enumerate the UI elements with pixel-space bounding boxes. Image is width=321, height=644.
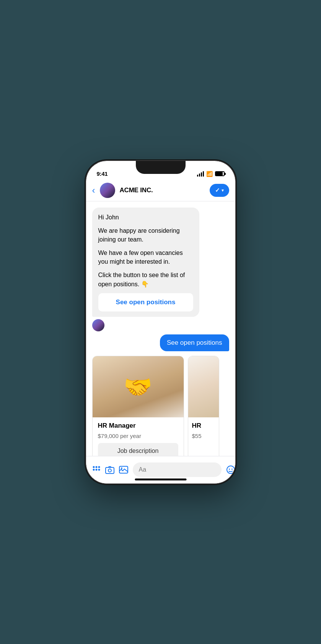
chat-header: ‹ ACME INC. ✓ ▾ (86, 180, 235, 201)
home-indicator (135, 479, 186, 480)
bot-message-row: Hi John We are happy are considering joi… (86, 206, 235, 333)
emoji-icon[interactable] (226, 464, 235, 476)
user-bubble: See open positions (160, 334, 229, 351)
notch (136, 161, 186, 174)
back-button[interactable]: ‹ (92, 186, 95, 195)
svg-point-2 (98, 466, 100, 468)
chat-area: Hi John We are happy are considering joi… (86, 201, 235, 456)
svg-point-12 (229, 469, 230, 470)
job-title-2: HR (192, 422, 215, 430)
phone-content: 9:41 📶 ‹ ACME INC. ✓ ▾ (86, 161, 235, 483)
job-card-1[interactable]: HR Manager $79,000 per year Job descript… (92, 356, 184, 456)
user-message-row: See open positions (86, 333, 235, 353)
svg-point-10 (121, 467, 122, 469)
job-card-2: HR $55 (188, 356, 219, 456)
job-card-body-2: HR $55 (188, 417, 219, 444)
message-input[interactable] (133, 462, 222, 477)
status-time: 9:41 (97, 170, 108, 177)
job-card-image-2 (188, 356, 219, 417)
battery-icon (215, 171, 225, 176)
phone-frame: 9:41 📶 ‹ ACME INC. ✓ ▾ (86, 161, 235, 483)
bot-avatar (92, 319, 104, 331)
contact-name: ACME INC. (120, 187, 205, 194)
wifi-icon: 📶 (206, 171, 213, 177)
svg-rect-6 (106, 467, 114, 474)
bot-line3: Click the button to see the list of open… (98, 271, 193, 288)
job-title-1: HR Manager (98, 422, 178, 430)
job-card-body-1: HR Manager $79,000 per year Job descript… (93, 417, 184, 456)
job-salary-2: $55 (192, 433, 215, 439)
job-card-image-1 (93, 356, 184, 417)
svg-point-0 (93, 466, 95, 468)
svg-point-13 (231, 469, 233, 470)
job-cards-row: HR Manager $79,000 per year Job descript… (86, 353, 235, 456)
bot-line2: We have a few open vacancies you might b… (98, 248, 193, 266)
phone-screen: 9:41 📶 ‹ ACME INC. ✓ ▾ (86, 161, 235, 483)
job-cards-container: HR Manager $79,000 per year Job descript… (92, 356, 235, 456)
photo-icon[interactable] (119, 464, 128, 476)
job-description-button-1[interactable]: Job description (98, 443, 178, 456)
svg-rect-8 (108, 466, 111, 468)
svg-point-11 (227, 466, 235, 474)
svg-point-5 (98, 469, 100, 471)
job-salary-1: $79,000 per year (98, 433, 178, 439)
svg-point-4 (95, 469, 97, 471)
svg-point-7 (108, 469, 111, 472)
checkmark-icon: ✓ (215, 187, 220, 194)
svg-point-1 (95, 466, 97, 468)
camera-icon[interactable] (105, 464, 114, 476)
svg-point-3 (93, 469, 95, 471)
status-icons: 📶 (197, 171, 225, 177)
chevron-down-icon: ▾ (222, 188, 224, 193)
signal-icon (197, 171, 204, 177)
dots-icon[interactable] (92, 464, 101, 476)
bot-line1: We are happy are considering joining our… (98, 226, 193, 244)
avatar (100, 183, 115, 198)
bot-greeting: Hi John (98, 213, 193, 222)
bot-bubble: Hi John We are happy are considering joi… (92, 208, 199, 317)
action-button[interactable]: ✓ ▾ (210, 184, 229, 197)
see-open-positions-button[interactable]: See open positions (98, 293, 193, 311)
